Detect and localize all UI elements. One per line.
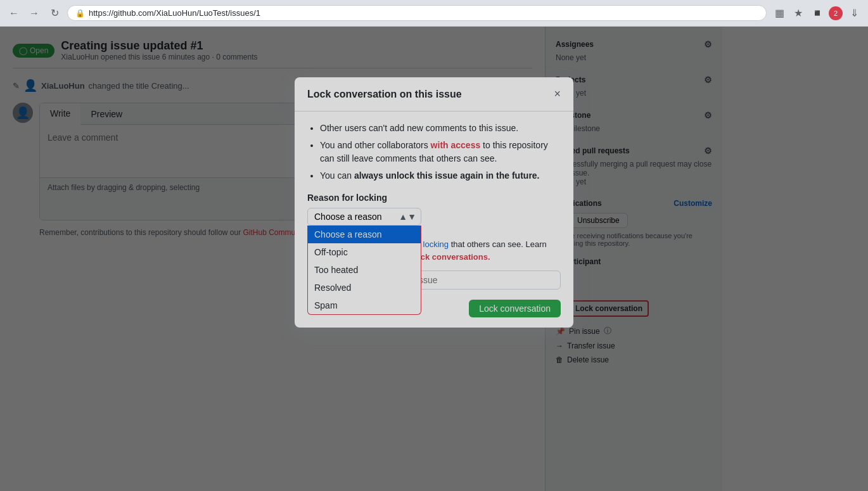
select-container: Choose a reason Off-topic Too heated Res… <box>307 208 421 226</box>
reason-label: Reason for locking <box>307 193 561 203</box>
profile-icon[interactable]: 2 <box>829 6 843 20</box>
browser-actions: ▦ ★ ◾ 2 ⇓ <box>772 6 862 21</box>
browser-chrome: ← → ↻ 🔒 https://github.com/XiaLuoHun/Luo… <box>0 0 868 27</box>
url-text: https://github.com/XiaLuoHun/LuoTest/iss… <box>89 8 260 18</box>
modal-header: Lock conversation on this issue × <box>295 77 573 112</box>
star-icon[interactable]: ★ <box>791 6 806 21</box>
page-content: ◯ Open Creating issue updated #1 XiaLuoH… <box>0 27 868 491</box>
modal-close-button[interactable]: × <box>554 87 561 101</box>
bullet-2: You and other collaborators with access … <box>320 139 561 165</box>
ssl-lock-icon: 🔒 <box>75 9 85 18</box>
lock-conversation-button[interactable]: Lock conversation <box>469 300 561 317</box>
lock-conversation-modal: Lock conversation on this issue × Other … <box>295 77 573 328</box>
dropdown-too-heated[interactable]: Too heated <box>308 261 421 279</box>
with-access-link: with access <box>431 140 481 150</box>
dropdown-off-topic[interactable]: Off-topic <box>308 243 421 261</box>
modal-bullets: Other users can't add new comments to th… <box>307 122 561 182</box>
reload-button[interactable]: ↻ <box>47 6 62 21</box>
bullet-1: Other users can't add new comments to th… <box>320 122 561 135</box>
dropdown-open: Choose a reason Off-topic Too heated Res… <box>307 226 421 315</box>
dropdown-spam[interactable]: Spam <box>308 297 421 314</box>
modal-body: Other users can't add new comments to th… <box>295 112 573 328</box>
bullet-3: You can always unlock this issue again i… <box>320 169 561 182</box>
bullet-3-strong: always unlock this issue again in the fu… <box>354 170 540 181</box>
extensions-icon[interactable]: ◾ <box>810 6 825 21</box>
address-bar[interactable]: 🔒 https://github.com/XiaLuoHun/LuoTest/i… <box>67 5 767 21</box>
modal-overlay[interactable]: Lock conversation on this issue × Other … <box>0 27 868 491</box>
screenshot-icon[interactable]: ▦ <box>772 6 787 21</box>
forward-button[interactable]: → <box>27 6 42 21</box>
dropdown-resolved[interactable]: Resolved <box>308 279 421 297</box>
modal-title: Lock conversation on this issue <box>307 89 462 100</box>
dropdown-choose[interactable]: Choose a reason <box>308 226 421 243</box>
download-icon[interactable]: ⇓ <box>846 6 862 21</box>
back-button[interactable]: ← <box>6 6 22 21</box>
reason-select[interactable]: Choose a reason Off-topic Too heated Res… <box>307 208 421 226</box>
